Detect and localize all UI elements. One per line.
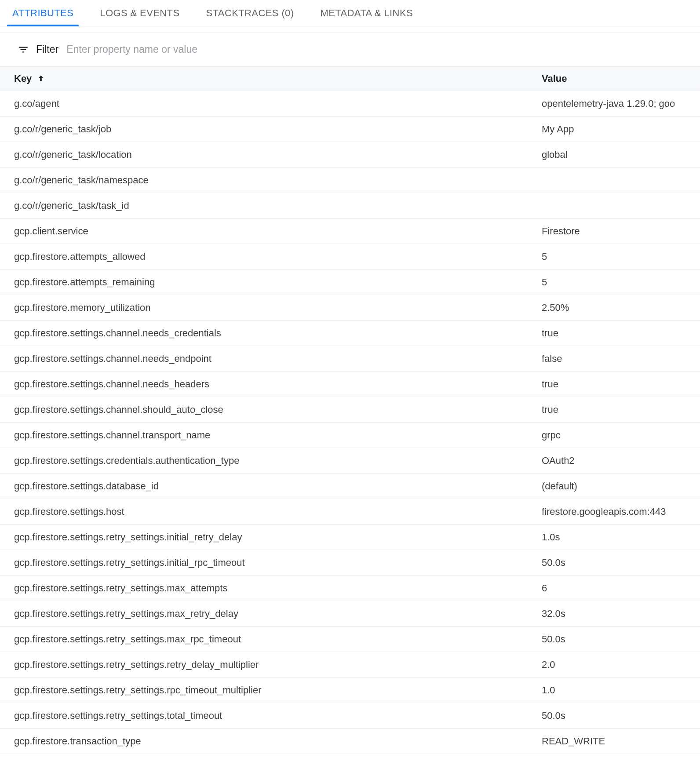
cell-value: grpc: [542, 430, 700, 441]
cell-value: (default): [542, 481, 700, 492]
tab-attributes[interactable]: ATTRIBUTES: [12, 0, 73, 26]
cell-value: firestore.googleapis.com:443: [542, 506, 700, 517]
cell-value: My App: [542, 124, 700, 135]
cell-key: gcp.firestore.memory_utilization: [0, 302, 542, 313]
cell-value: OAuth2: [542, 455, 700, 466]
cell-key: g.co/r/generic_task/task_id: [0, 200, 542, 211]
cell-value: 1.0s: [542, 532, 700, 543]
table-body: g.co/agentopentelemetry-java 1.29.0; goo…: [0, 91, 700, 754]
cell-key: gcp.firestore.settings.channel.should_au…: [0, 404, 542, 415]
table-row[interactable]: gcp.firestore.settings.retry_settings.ma…: [0, 627, 700, 652]
table-row[interactable]: gcp.firestore.settings.channel.should_au…: [0, 397, 700, 423]
cell-value: true: [542, 404, 700, 415]
cell-key: gcp.firestore.settings.retry_settings.re…: [0, 659, 542, 671]
cell-key: gcp.firestore.attempts_allowed: [0, 251, 542, 262]
cell-value: 5: [542, 251, 700, 262]
cell-key: gcp.firestore.settings.channel.needs_hea…: [0, 379, 542, 390]
tab-stacktraces[interactable]: STACKTRACES (0): [206, 0, 294, 26]
filter-label: Filter: [36, 44, 58, 55]
cell-value: true: [542, 328, 700, 339]
cell-key: gcp.firestore.settings.channel.needs_end…: [0, 353, 542, 364]
cell-value: 1.0: [542, 685, 700, 696]
filter-row: Filter: [0, 33, 700, 66]
table-row[interactable]: gcp.client.serviceFirestore: [0, 219, 700, 244]
cell-key: gcp.firestore.settings.retry_settings.in…: [0, 557, 542, 568]
cell-value: 50.0s: [542, 557, 700, 568]
tabs-bar: ATTRIBUTES LOGS & EVENTS STACKTRACES (0)…: [0, 0, 700, 26]
table-row[interactable]: gcp.firestore.settings.credentials.authe…: [0, 448, 700, 474]
table-row[interactable]: g.co/r/generic_task/jobMy App: [0, 117, 700, 142]
cell-key: gcp.client.service: [0, 226, 542, 237]
table-row[interactable]: g.co/r/generic_task/task_id: [0, 193, 700, 219]
cell-value: Firestore: [542, 226, 700, 237]
table-row[interactable]: gcp.firestore.settings.retry_settings.to…: [0, 703, 700, 729]
cell-value: 2.50%: [542, 302, 700, 313]
table-row[interactable]: gcp.firestore.settings.retry_settings.rp…: [0, 678, 700, 703]
table-row[interactable]: gcp.firestore.transaction_typeREAD_WRITE: [0, 729, 700, 754]
cell-key: gcp.firestore.settings.retry_settings.to…: [0, 710, 542, 722]
cell-value: false: [542, 353, 700, 364]
cell-key: g.co/r/generic_task/job: [0, 124, 542, 135]
cell-key: gcp.firestore.settings.credentials.authe…: [0, 455, 542, 466]
table-row[interactable]: gcp.firestore.settings.retry_settings.ma…: [0, 576, 700, 601]
column-header-key-label: Key: [14, 73, 32, 84]
table-row[interactable]: gcp.firestore.memory_utilization2.50%: [0, 295, 700, 321]
table-row[interactable]: gcp.firestore.settings.retry_settings.in…: [0, 525, 700, 550]
table-row[interactable]: gcp.firestore.settings.channel.transport…: [0, 423, 700, 448]
cell-key: gcp.firestore.settings.channel.needs_cre…: [0, 328, 542, 339]
tab-logs-events[interactable]: LOGS & EVENTS: [100, 0, 179, 26]
cell-value: 5: [542, 277, 700, 288]
filter-icon: [18, 44, 29, 55]
cell-key: gcp.firestore.transaction_type: [0, 736, 542, 747]
cell-key: g.co/r/generic_task/namespace: [0, 175, 542, 186]
cell-key: gcp.firestore.settings.retry_settings.ma…: [0, 583, 542, 594]
cell-key: g.co/r/generic_task/location: [0, 149, 542, 160]
table-row[interactable]: gcp.firestore.settings.retry_settings.ma…: [0, 601, 700, 627]
cell-key: gcp.firestore.settings.database_id: [0, 481, 542, 492]
column-header-value-label: Value: [542, 73, 567, 84]
filter-input[interactable]: [66, 43, 686, 56]
table-row[interactable]: g.co/r/generic_task/namespace: [0, 168, 700, 193]
cell-value: global: [542, 149, 700, 160]
cell-value: true: [542, 379, 700, 390]
table-row[interactable]: gcp.firestore.settings.channel.needs_end…: [0, 346, 700, 372]
table-row[interactable]: gcp.firestore.settings.retry_settings.re…: [0, 652, 700, 678]
sort-ascending-icon: [36, 74, 46, 84]
table-row[interactable]: g.co/agentopentelemetry-java 1.29.0; goo: [0, 91, 700, 117]
table-row[interactable]: gcp.firestore.settings.hostfirestore.goo…: [0, 499, 700, 525]
cell-key: g.co/agent: [0, 98, 542, 109]
table-row[interactable]: gcp.firestore.attempts_remaining5: [0, 270, 700, 295]
cell-key: gcp.firestore.settings.retry_settings.rp…: [0, 685, 542, 696]
cell-value: 2.0: [542, 659, 700, 671]
cell-key: gcp.firestore.settings.channel.transport…: [0, 430, 542, 441]
table-row[interactable]: gcp.firestore.settings.retry_settings.in…: [0, 550, 700, 576]
table-row[interactable]: g.co/r/generic_task/locationglobal: [0, 142, 700, 168]
table-row[interactable]: gcp.firestore.attempts_allowed5: [0, 244, 700, 270]
cell-value: 6: [542, 583, 700, 594]
cell-key: gcp.firestore.settings.retry_settings.ma…: [0, 634, 542, 645]
tab-metadata-links[interactable]: METADATA & LINKS: [320, 0, 413, 26]
sub-border: [0, 26, 700, 33]
table-row[interactable]: gcp.firestore.settings.channel.needs_cre…: [0, 321, 700, 346]
cell-value: READ_WRITE: [542, 736, 700, 747]
column-header-value[interactable]: Value: [542, 73, 700, 84]
table-header-row: Key Value: [0, 66, 700, 91]
cell-value: opentelemetry-java 1.29.0; goo: [542, 98, 700, 109]
cell-key: gcp.firestore.settings.host: [0, 506, 542, 517]
table-row[interactable]: gcp.firestore.settings.database_id(defau…: [0, 474, 700, 499]
table-row[interactable]: gcp.firestore.settings.channel.needs_hea…: [0, 372, 700, 397]
cell-value: 32.0s: [542, 608, 700, 620]
cell-key: gcp.firestore.attempts_remaining: [0, 277, 542, 288]
cell-key: gcp.firestore.settings.retry_settings.in…: [0, 532, 542, 543]
cell-value: 50.0s: [542, 710, 700, 722]
column-header-key[interactable]: Key: [0, 73, 542, 84]
cell-value: 50.0s: [542, 634, 700, 645]
cell-key: gcp.firestore.settings.retry_settings.ma…: [0, 608, 542, 620]
